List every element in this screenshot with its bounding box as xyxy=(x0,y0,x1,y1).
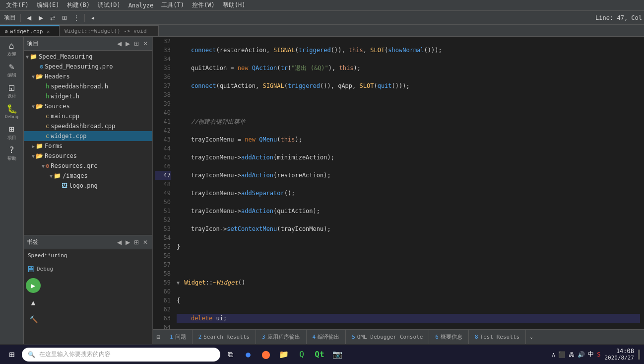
menu-debug[interactable]: 调试(D) xyxy=(94,0,125,10)
sidebar-projects-btn[interactable]: ⊞ 项目 xyxy=(2,122,22,142)
bottom-tab-app-output[interactable]: 3 应用程序输出 xyxy=(256,330,307,344)
bottom-tabs: 1 问题 2 Search Results 3 应用程序输出 4 编译输出 5 xyxy=(164,330,537,344)
bottom-tab-test-results[interactable]: 8 Test Results xyxy=(469,330,526,344)
bookmarks-panel: 书签 ◀ ▶ ⊞ ✕ Speed**uring 🖥 Debug xyxy=(24,235,152,344)
project-arrow[interactable]: ▼ xyxy=(26,54,29,60)
menu-edit[interactable]: 编辑(E) xyxy=(33,0,64,10)
sources-arrow[interactable]: ▼ xyxy=(32,104,35,109)
debug-label-text: Debug xyxy=(37,266,53,272)
menu-tools[interactable]: 工具(T) xyxy=(157,0,188,10)
settings-button[interactable]: ⋮ xyxy=(71,12,82,23)
taskbar-search[interactable]: 🔍 在这里输入你要搜索的内容 xyxy=(22,348,220,362)
bottom-tab-search-results[interactable]: 2 Search Results xyxy=(193,330,256,344)
sources-icon: 📂 xyxy=(36,103,43,110)
tab-num-5: 5 xyxy=(352,334,355,340)
prev-arrow[interactable]: ◂ xyxy=(87,12,98,23)
taskbar-chrome[interactable]: ● xyxy=(240,347,256,363)
bottom-tab-compile[interactable]: 4 编译输出 xyxy=(307,330,346,344)
bookmarks-close[interactable]: ✕ xyxy=(141,238,149,246)
tab-num-1: 1 xyxy=(170,334,173,340)
sidebar-help-btn[interactable]: ? 帮助 xyxy=(2,143,22,163)
bookmarks-new[interactable]: ⊞ xyxy=(132,238,140,246)
back-button[interactable]: ◀ xyxy=(23,12,34,23)
images-arrow[interactable]: ▼ xyxy=(50,173,53,179)
taskbar-qt[interactable]: Q xyxy=(294,347,310,363)
tree-item-widget-cpp[interactable]: ▶ c widget.cpp xyxy=(24,131,152,141)
file-panel: 项目 ◀ ▶ ⊞ ✕ ▼ 📁 Speed_Measuring ▶ ⚙ Speed… xyxy=(24,37,153,344)
forward-button[interactable]: ▶ xyxy=(35,12,46,23)
editor-area: 3233343536 3738394041 4243444546 47 4849… xyxy=(153,37,644,344)
sidebar-welcome-btn[interactable]: ⌂ 欢迎 xyxy=(2,39,22,59)
start-button[interactable]: ⊞ xyxy=(4,347,20,363)
sidebar-edit-btn[interactable]: ✎ 编辑 xyxy=(2,60,22,79)
clock-time: 14:08 xyxy=(604,348,634,355)
file-panel-close[interactable]: ✕ xyxy=(141,40,149,48)
bookmark-item-1[interactable]: Speed**uring xyxy=(26,251,150,260)
welcome-icon: ⌂ xyxy=(9,40,14,51)
taskbar-task-view[interactable]: ⧉ xyxy=(222,347,238,363)
tray-up-arrow[interactable]: ∧ xyxy=(552,351,555,358)
menu-file[interactable]: 文件(F) xyxy=(2,0,33,10)
tab-num-6: 6 xyxy=(435,334,439,340)
tree-item-main-cpp[interactable]: ▶ c main.cpp xyxy=(24,111,152,121)
taskbar-firefox[interactable]: ⬤ xyxy=(258,347,274,363)
tree-item-pro[interactable]: ▶ ⚙ Speed_Measuring.pro xyxy=(24,62,152,72)
bookmark-run-area: ▶ xyxy=(26,278,150,293)
bookmarks-forward[interactable]: ▶ xyxy=(124,238,131,246)
tree-item-logo-png[interactable]: ▶ 🖼 logo.png xyxy=(24,181,152,191)
menu-build[interactable]: 构建(B) xyxy=(63,0,94,10)
tree-item-headers[interactable]: ▼ 📂 Headers xyxy=(24,72,152,81)
tree-item-speedash-cpp[interactable]: ▶ c speeddashbroad.cpp xyxy=(24,121,152,131)
tree-item-forms[interactable]: ▶ 📁 Forms xyxy=(24,141,152,151)
bottom-tab-summary[interactable]: 6 概要信息 xyxy=(429,330,469,344)
tab-close-widget-cpp[interactable]: ✕ xyxy=(47,29,50,34)
file-panel-forward[interactable]: ▶ xyxy=(124,40,131,48)
bottom-tab-issues[interactable]: 1 问题 xyxy=(164,330,193,344)
file-panel-title: 项目 xyxy=(27,39,39,48)
bottom-tab-more[interactable]: ⌄ xyxy=(526,332,537,343)
build-button[interactable]: ▲ xyxy=(26,295,41,310)
sidebar-debug-btn[interactable]: 🐛 Debug xyxy=(2,101,22,121)
tree-item-widget-h[interactable]: ▶ h widget.h xyxy=(24,91,152,101)
bookmarks-back[interactable]: ◀ xyxy=(116,238,123,246)
sync-button[interactable]: ⇄ xyxy=(47,12,58,23)
images-icon: 📁 xyxy=(54,172,61,179)
tree-item-resources-qrc[interactable]: ▼ ⚙ Resources.qrc xyxy=(24,161,152,171)
source-icon1: c xyxy=(46,113,49,120)
projects-label: 项目 xyxy=(7,135,16,141)
show-desktop-btn[interactable] xyxy=(638,350,640,360)
bottom-collapse-btn[interactable]: ⊟ xyxy=(153,332,164,343)
headers-arrow[interactable]: ▼ xyxy=(32,74,35,79)
resources-arrow[interactable]: ▼ xyxy=(32,153,35,159)
taskbar-camera[interactable]: 📷 xyxy=(329,347,345,363)
new-window-button[interactable]: ⊞ xyxy=(59,12,70,23)
tree-item-resources[interactable]: ▼ 📂 Resources xyxy=(24,151,152,161)
header-icon1: h xyxy=(46,83,49,90)
file-panel-new[interactable]: ⊞ xyxy=(132,40,140,48)
menu-analyze[interactable]: Analyze xyxy=(125,1,158,10)
tree-item-project[interactable]: ▼ 📁 Speed_Measuring xyxy=(24,52,152,62)
menu-help[interactable]: 帮助(H) xyxy=(219,0,250,10)
menu-control[interactable]: 控件(W) xyxy=(188,0,219,10)
tab-widget-destructor[interactable]: Widget::~Widget() -> void xyxy=(60,25,159,36)
bottom-tab-qml-debug[interactable]: 5 QML Debugger Console xyxy=(346,330,429,344)
qrc-arrow[interactable]: ▼ xyxy=(42,163,45,169)
file-panel-back[interactable]: ◀ xyxy=(116,40,123,48)
hammer-button[interactable]: 🔨 xyxy=(26,312,41,327)
forms-arrow[interactable]: ▶ xyxy=(32,144,35,149)
taskbar-qt2[interactable]: Qt xyxy=(312,347,327,363)
design-icon: ◱ xyxy=(9,82,14,92)
taskbar-explorer[interactable]: 📁 xyxy=(276,347,292,363)
main-cpp-name: main.cpp xyxy=(51,113,79,120)
tree-item-sources[interactable]: ▼ 📂 Sources xyxy=(24,101,152,111)
run-button[interactable]: ▶ xyxy=(26,278,41,293)
bookmarks-content: Speed**uring 🖥 Debug ▶ ▲ xyxy=(24,249,152,344)
tree-item-speedash-h[interactable]: ▶ h speeddashbroad.h xyxy=(24,81,152,91)
widget-h-name: widget.h xyxy=(51,93,79,100)
sidebar-design-btn[interactable]: ◱ 设计 xyxy=(2,80,22,100)
tree-item-images[interactable]: ▼ 📁 /images xyxy=(24,171,152,181)
clock[interactable]: 14:08 2020/8/27 xyxy=(604,348,634,361)
code-content[interactable]: connect(restoreAction, SIGNAL(triggered(… xyxy=(173,37,644,329)
tray-volume[interactable]: 🔊 xyxy=(578,351,585,358)
tab-widget-cpp[interactable]: ⚙ widget.cpp ✕ xyxy=(0,25,60,36)
